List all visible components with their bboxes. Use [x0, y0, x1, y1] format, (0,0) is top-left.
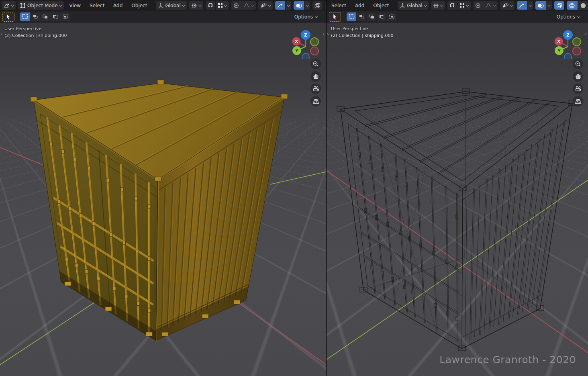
gizmo-z-label: Z [304, 33, 307, 37]
orthographic-toggle-button[interactable] [573, 96, 583, 106]
editor-type-button[interactable] [2, 1, 16, 10]
artist-watermark: Lawrence Granroth - 2020 [439, 354, 576, 366]
select-set-icon [349, 14, 355, 19]
select-mode-set-button[interactable] [347, 12, 356, 21]
falloff-curve-icon [485, 3, 492, 8]
tweak-tool-button[interactable] [2, 12, 14, 22]
transform-orientation-dropdown[interactable]: Global [156, 1, 186, 10]
select-mode-invert-button[interactable] [50, 12, 60, 21]
menu-object[interactable]: Object [128, 3, 150, 8]
navigation-gizmo[interactable]: Z X Y [288, 27, 321, 59]
show-gizmo-toggle[interactable] [275, 1, 285, 10]
gizmo-minus-y-axis[interactable] [573, 38, 581, 46]
menu-select[interactable]: Select [86, 3, 108, 8]
pivot-point-dropdown[interactable] [189, 1, 203, 10]
show-gizmo-toggle[interactable] [517, 1, 527, 10]
shading-wireframe-button[interactable] [325, 1, 326, 10]
select-mode-intersect-button[interactable] [387, 12, 396, 21]
shading-solid-button[interactable] [578, 1, 588, 10]
xray-toggle[interactable] [554, 1, 564, 10]
select-mode-subtract-button[interactable] [367, 12, 376, 21]
navigation-gizmo[interactable]: Z X Y [551, 27, 583, 59]
viewport-3d-right[interactable]: User Perspective (2) Collection | shippi… [327, 22, 588, 376]
select-subtract-icon [42, 14, 48, 19]
orientation-global-icon [400, 3, 405, 8]
pivot-point-icon [191, 3, 197, 8]
gizmo-x-label: X [557, 39, 560, 44]
xray-toggle[interactable] [312, 1, 323, 10]
select-mode-set-button[interactable] [20, 12, 30, 21]
proportional-editing-toggle[interactable] [231, 1, 241, 10]
container-model-wireframe[interactable] [327, 22, 588, 376]
chevron-down-icon [224, 3, 227, 6]
menu-object[interactable]: Object [370, 3, 392, 8]
chevron-down-icon[interactable] [305, 3, 308, 6]
proportional-editing-icon [475, 3, 481, 8]
gizmo-y-label: Y [557, 48, 561, 53]
select-mode-subtract-button[interactable] [40, 12, 50, 21]
select-extend-icon [32, 14, 38, 19]
menu-add[interactable]: Add [110, 3, 126, 8]
select-mode-extend-button[interactable] [357, 12, 366, 21]
gizmo-visibility-dropdown[interactable] [500, 1, 514, 10]
sidebar-expand-arrow[interactable] [323, 32, 325, 36]
zoom-button[interactable] [310, 59, 321, 69]
menu-add[interactable]: Add [352, 3, 368, 8]
show-overlays-toggle[interactable] [535, 1, 546, 10]
proportional-editing-toggle[interactable] [473, 1, 483, 10]
tweak-tool-button[interactable] [329, 12, 341, 22]
select-subtract-icon [369, 14, 375, 19]
options-dropdown[interactable]: Options [554, 13, 582, 21]
snap-target-dropdown[interactable] [457, 1, 471, 10]
select-mode-intersect-button[interactable] [60, 12, 70, 21]
viewport-info-left: User Perspective (2) Collection | shippi… [4, 25, 67, 39]
camera-view-button[interactable] [310, 84, 321, 94]
snap-target-dropdown[interactable] [216, 1, 229, 10]
gizmo-minus-x-axis[interactable] [310, 47, 318, 55]
sidebar-expand-arrow[interactable] [585, 32, 587, 36]
menu-select[interactable]: Select [328, 3, 349, 8]
snap-toggle[interactable] [206, 1, 215, 10]
select-mode-extend-button[interactable] [30, 12, 40, 21]
select-mode-invert-button[interactable] [377, 12, 386, 21]
transform-orientation-dropdown[interactable]: Global [398, 1, 428, 10]
gizmo-minus-z-axis[interactable] [302, 53, 309, 59]
xray-icon [556, 3, 562, 8]
shading-wireframe-button[interactable] [567, 1, 578, 10]
pan-button[interactable] [310, 71, 321, 82]
chevron-down-icon[interactable] [547, 3, 550, 6]
viewport-3d-left[interactable]: User Perspective (2) Collection | shippi… [0, 22, 326, 376]
chevron-down-icon[interactable] [528, 3, 531, 6]
snap-increment-icon [459, 3, 465, 8]
wireframe-sphere-icon [569, 2, 575, 9]
chevron-down-icon[interactable] [286, 3, 290, 6]
options-dropdown[interactable]: Options [292, 13, 320, 21]
gizmo-minus-x-axis[interactable] [573, 47, 581, 55]
blender-window: Object Mode View Select Add Object Globa… [0, 0, 588, 376]
select-extend-icon [359, 14, 365, 19]
camera-view-button[interactable] [573, 84, 583, 94]
mode-dropdown[interactable]: Object Mode [18, 1, 64, 10]
viewport-pane-left: Object Mode View Select Add Object Globa… [0, 0, 326, 376]
zoom-button[interactable] [573, 59, 583, 69]
viewport-nav-buttons [573, 59, 583, 106]
gizmo-visibility-icon [260, 3, 267, 8]
show-overlays-toggle[interactable] [294, 1, 304, 10]
falloff-dropdown[interactable] [483, 1, 498, 10]
gizmo-visibility-dropdown[interactable] [258, 1, 273, 10]
menu-view[interactable]: View [66, 3, 84, 8]
pan-button[interactable] [573, 71, 583, 82]
orthographic-toggle-button[interactable] [310, 96, 321, 106]
toolbar-expand-arrow[interactable] [0, 32, 2, 36]
gizmo-minus-y-axis[interactable] [310, 38, 318, 46]
hand-icon [575, 73, 581, 80]
toolbar-expand-arrow[interactable] [327, 32, 329, 36]
editor-header-left: Object Mode View Select Add Object Globa… [0, 0, 326, 11]
pivot-point-dropdown[interactable] [431, 1, 445, 10]
chevron-down-icon [577, 14, 580, 18]
snap-toggle[interactable] [447, 1, 457, 10]
gizmo-minus-z-axis[interactable] [564, 53, 572, 59]
falloff-dropdown[interactable] [241, 1, 256, 10]
chevron-down-icon [440, 3, 443, 6]
container-model-shaded[interactable] [0, 22, 326, 376]
